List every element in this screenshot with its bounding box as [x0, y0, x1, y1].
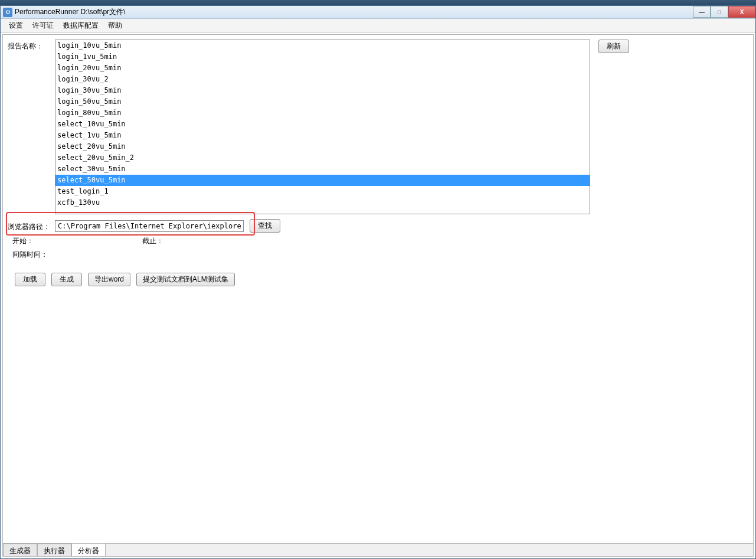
list-item[interactable]: login_30vu_5min — [55, 85, 590, 96]
app-icon: ⚙ — [3, 8, 12, 17]
start-time-label: 开始： — [12, 236, 142, 246]
report-name-label: 报告名称： — [8, 40, 55, 51]
end-time-label: 截止： — [142, 236, 163, 246]
submit-alm-button[interactable]: 提交测试文档到ALM测试集 — [136, 273, 235, 286]
window-title: PerformanceRunner D:\soft\pr文件\ — [15, 7, 125, 17]
window-controls: — □ X — [693, 6, 755, 18]
export-word-button[interactable]: 导出word — [88, 273, 130, 286]
list-item[interactable]: select_20vu_5min_2 — [55, 152, 590, 164]
list-item[interactable]: xcfb_130vu — [55, 197, 590, 208]
list-item[interactable]: login_10vu_5min — [55, 40, 590, 51]
list-item[interactable]: select_30vu_5min — [55, 164, 590, 175]
minimize-button[interactable]: — — [693, 6, 711, 18]
menu-license[interactable]: 许可证 — [28, 19, 58, 32]
list-item[interactable]: select_1vu_5min — [55, 130, 590, 141]
list-item[interactable]: login_1vu_5min — [55, 51, 590, 63]
menu-db-config[interactable]: 数据库配置 — [58, 19, 103, 32]
find-button[interactable]: 查找 — [250, 219, 280, 233]
close-button[interactable]: X — [728, 6, 755, 18]
browser-path-label: 浏览器路径： — [8, 220, 55, 232]
bottom-tab-bar: 生成器执行器分析器 — [3, 543, 753, 556]
list-item[interactable]: select_10vu_5min — [55, 119, 590, 130]
list-item[interactable]: login_80vu_5min — [55, 107, 590, 119]
list-item[interactable]: login_30vu_2 — [55, 74, 590, 85]
bottom-tab-2[interactable]: 分析器 — [71, 544, 106, 556]
maximize-button[interactable]: □ — [711, 6, 728, 18]
content-panel: 报告名称： login_10vu_5minlogin_1vu_5minlogin… — [8, 40, 748, 542]
report-listbox[interactable]: login_10vu_5minlogin_1vu_5minlogin_20vu_… — [55, 40, 590, 214]
list-item[interactable]: login_20vu_5min — [55, 63, 590, 74]
time-row: 开始： 截止： — [8, 236, 748, 246]
refresh-button[interactable]: 刷新 — [598, 40, 629, 53]
interval-row: 间隔时间： — [8, 250, 748, 260]
list-item[interactable]: login_50vu_5min — [55, 96, 590, 107]
interval-label: 间隔时间： — [12, 250, 142, 260]
desktop-taskbar-fragment — [0, 0, 756, 5]
menu-settings[interactable]: 设置 — [4, 19, 28, 32]
browser-path-row: 浏览器路径： 查找 — [8, 219, 748, 233]
bottom-tab-0[interactable]: 生成器 — [3, 544, 37, 556]
titlebar[interactable]: ⚙ PerformanceRunner D:\soft\pr文件\ — □ X — [1, 6, 755, 19]
list-item[interactable]: test_login_1 — [55, 186, 590, 197]
load-button[interactable]: 加载 — [15, 273, 45, 286]
menu-help[interactable]: 帮助 — [103, 19, 127, 32]
list-item[interactable]: select_50vu_5min — [55, 175, 590, 186]
generate-button[interactable]: 生成 — [51, 273, 82, 286]
report-name-row: 报告名称： login_10vu_5minlogin_1vu_5minlogin… — [8, 40, 748, 214]
bottom-tab-1[interactable]: 执行器 — [37, 544, 71, 556]
client-area: 报告名称： login_10vu_5minlogin_1vu_5minlogin… — [2, 34, 754, 557]
list-item[interactable]: select_20vu_5min — [55, 141, 590, 152]
browser-path-input[interactable] — [55, 220, 244, 232]
app-window: ⚙ PerformanceRunner D:\soft\pr文件\ — □ X … — [0, 5, 756, 559]
action-button-row: 加载 生成 导出word 提交测试文档到ALM测试集 — [15, 273, 748, 286]
menubar: 设置 许可证 数据库配置 帮助 — [1, 19, 755, 33]
